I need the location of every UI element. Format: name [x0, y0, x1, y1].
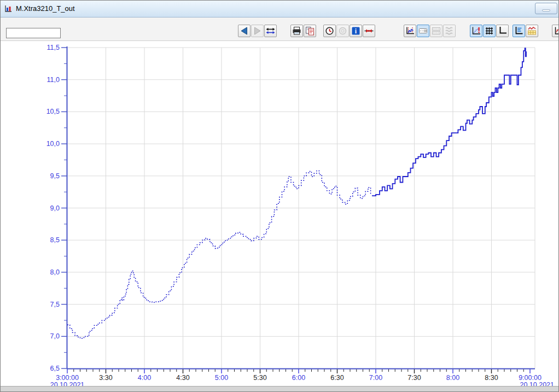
trend-chart-icon	[4, 5, 12, 15]
svg-text:4:30: 4:30	[176, 374, 189, 382]
svg-text:8:30: 8:30	[485, 374, 498, 382]
svg-text:7:30: 7:30	[407, 374, 421, 382]
step-forward-button[interactable]	[251, 25, 264, 37]
axes-toggle-button[interactable]	[496, 25, 509, 37]
minimize-icon	[542, 9, 550, 11]
legend-toggle-button[interactable]	[513, 25, 525, 37]
svg-text:5:00: 5:00	[215, 374, 228, 382]
svg-text:7,5: 7,5	[50, 301, 60, 308]
multi-trend-areas-button[interactable]	[443, 25, 456, 37]
statistics-button[interactable]	[552, 25, 559, 37]
grid-toggle-button[interactable]	[483, 25, 496, 37]
svg-text:6,5: 6,5	[50, 365, 60, 372]
time-sync-button[interactable]	[336, 25, 349, 37]
trend-chart[interactable]: 11,511,010,510,09,59,08,58,07,57,06,53:0…	[1, 41, 559, 392]
svg-text:10,5: 10,5	[46, 108, 60, 115]
svg-text:6:30: 6:30	[330, 374, 343, 382]
single-trend-area-button[interactable]	[417, 25, 429, 37]
svg-text:7:00: 7:00	[369, 374, 382, 382]
trend-setup-button[interactable]	[404, 25, 416, 37]
svg-text:8,0: 8,0	[50, 268, 60, 276]
time-range-clock-button[interactable]	[323, 25, 336, 37]
svg-text:7,0: 7,0	[50, 332, 60, 340]
copy-report-button[interactable]	[304, 25, 316, 37]
step-back-button[interactable]	[238, 25, 251, 37]
svg-text:11,5: 11,5	[47, 44, 60, 51]
info-button[interactable]: i	[350, 25, 362, 37]
svg-text:6:00: 6:00	[292, 374, 305, 382]
svg-text:9,5: 9,5	[50, 172, 60, 180]
pan-time-range-button[interactable]	[264, 25, 277, 37]
title-bar: M.Xtra3210_T_out	[1, 1, 558, 17]
svg-text:8:00: 8:00	[446, 374, 459, 382]
compress-time-axis-button[interactable]	[363, 25, 375, 37]
highlight-curve-button[interactable]	[470, 25, 482, 37]
svg-text:10,0: 10,0	[46, 140, 60, 148]
window-title: M.Xtra3210_T_out	[16, 4, 75, 13]
svg-text:3:30: 3:30	[99, 374, 112, 382]
window-bottom-edge	[1, 386, 558, 391]
svg-text:11,0: 11,0	[47, 76, 60, 84]
svg-text:4:00: 4:00	[138, 374, 151, 382]
toolbar-text-field[interactable]	[6, 28, 61, 38]
table-view-button[interactable]	[526, 25, 538, 37]
trend-window: M.Xtra3210_T_out	[0, 0, 559, 392]
stacked-trend-areas-button[interactable]	[430, 25, 442, 37]
print-button[interactable]	[290, 25, 303, 37]
minimize-button[interactable]	[535, 3, 557, 14]
svg-text:9:00:00: 9:00:00	[519, 374, 541, 382]
svg-text:8,5: 8,5	[50, 236, 60, 244]
svg-text:9,0: 9,0	[50, 204, 60, 212]
svg-text:3:00:00: 3:00:00	[56, 374, 79, 382]
svg-text:5:30: 5:30	[253, 374, 266, 382]
